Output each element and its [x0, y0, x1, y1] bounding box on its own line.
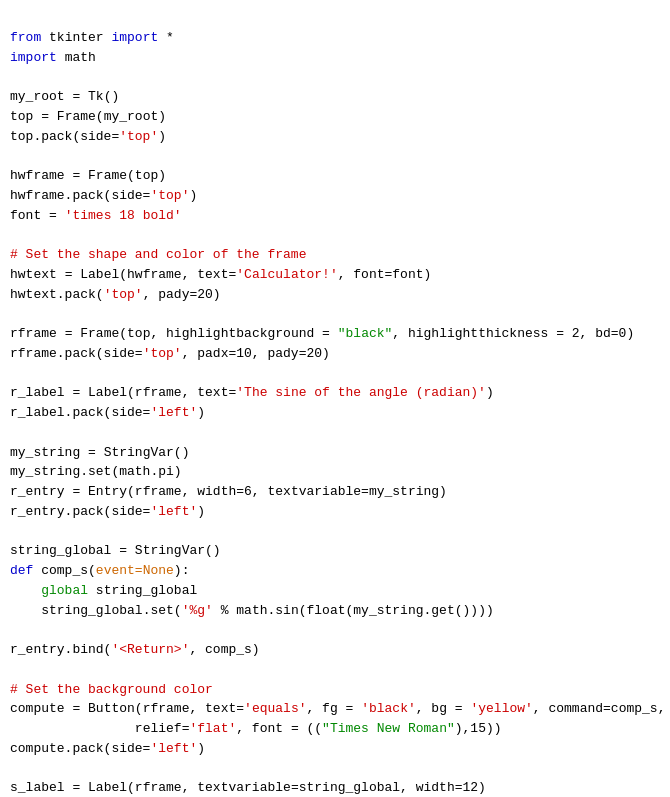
code-editor: from tkinter import * import math my_roo… [10, 8, 660, 797]
line-1: from tkinter import * import math my_roo… [10, 30, 665, 797]
